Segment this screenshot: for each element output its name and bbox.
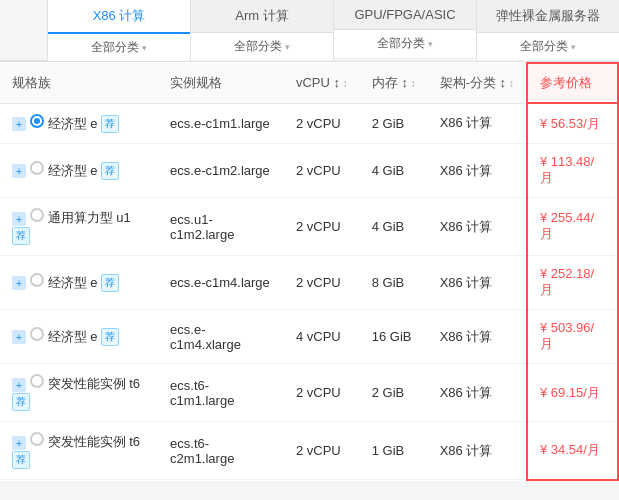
tab-sub-gpu[interactable]: 全部分类▾	[334, 30, 476, 57]
arch-class-cell: X86 计算	[428, 198, 527, 256]
instance-cell: ecs.t6-c1m1.large	[158, 364, 284, 422]
table-row[interactable]: + 通用算力型 u1 荐ecs.u1-c1m2.large2 vCPU4 GiB…	[0, 198, 618, 256]
tab-sub-x86[interactable]: 全部分类▾	[48, 34, 190, 61]
memory-cell: 4 GiB	[360, 198, 428, 256]
recommend-tag: 荐	[12, 227, 30, 245]
instance-cell: ecs.e-c1m4.xlarge	[158, 310, 284, 364]
arch-class-cell: X86 计算	[428, 364, 527, 422]
vcpu-cell: 2 vCPU	[284, 198, 360, 256]
tab-sublabel-x86: 全部分类	[91, 39, 139, 56]
vcpu-cell: 2 vCPU	[284, 103, 360, 144]
tab-bare[interactable]: 弹性裸金属服务器	[477, 0, 619, 33]
family-label: 经济型 e	[48, 116, 98, 131]
recommend-tag: 荐	[12, 393, 30, 411]
tab-sub-arm[interactable]: 全部分类▾	[191, 33, 333, 60]
recommend-tag: 荐	[101, 274, 119, 292]
main-container: X86 计算全部分类▾Arm 计算全部分类▾GPU/FPGA/ASIC全部分类▾…	[0, 0, 619, 481]
row-expand-icon[interactable]: +	[12, 212, 26, 226]
family-cell: + 通用算力型 u1 荐	[0, 198, 158, 256]
arch-class-cell: X86 计算	[428, 422, 527, 480]
col-header-arch_class[interactable]: 架构-分类 ↕	[428, 63, 527, 103]
row-expand-icon[interactable]: +	[12, 164, 26, 178]
row-radio[interactable]	[30, 374, 44, 388]
tab-arrow-gpu: ▾	[428, 39, 433, 49]
recommend-tag: 荐	[101, 328, 119, 346]
col-header-price: 参考价格	[527, 63, 618, 103]
family-label: 突发性能实例 t6	[48, 376, 140, 391]
arch-class-cell: X86 计算	[428, 144, 527, 198]
vcpu-cell: 2 vCPU	[284, 422, 360, 480]
memory-cell: 4 GiB	[360, 144, 428, 198]
table-row[interactable]: + 经济型 e 荐ecs.e-c1m4.large2 vCPU8 GiBX86 …	[0, 256, 618, 310]
recommend-tag: 荐	[101, 162, 119, 180]
tab-group-x86: X86 计算全部分类▾	[48, 0, 191, 61]
row-expand-icon[interactable]: +	[12, 436, 26, 450]
instance-cell: ecs.e-c1m1.large	[158, 103, 284, 144]
price-cell: ¥ 56.53/月	[527, 103, 618, 144]
tab-gpu[interactable]: GPU/FPGA/ASIC	[334, 0, 476, 30]
memory-cell: 2 GiB	[360, 364, 428, 422]
family-cell: + 经济型 e 荐	[0, 144, 158, 198]
row-expand-icon[interactable]: +	[12, 276, 26, 290]
family-cell: + 突发性能实例 t6 荐	[0, 422, 158, 480]
family-label: 经济型 e	[48, 329, 98, 344]
table-wrapper: 规格族实例规格vCPU ↕内存 ↕架构-分类 ↕参考价格 + 经济型 e 荐ec…	[0, 62, 619, 481]
instance-cell: ecs.u1-c1m2.large	[158, 198, 284, 256]
arch-label	[0, 0, 48, 61]
instance-cell: ecs.e-c1m4.large	[158, 256, 284, 310]
tab-sublabel-gpu: 全部分类	[377, 35, 425, 52]
arch-class-cell: X86 计算	[428, 103, 527, 144]
row-expand-icon[interactable]: +	[12, 117, 26, 131]
table-row[interactable]: + 突发性能实例 t6 荐ecs.t6-c2m1.large2 vCPU1 Gi…	[0, 422, 618, 480]
row-expand-icon[interactable]: +	[12, 330, 26, 344]
family-cell: + 经济型 e 荐	[0, 256, 158, 310]
vcpu-cell: 2 vCPU	[284, 144, 360, 198]
family-label: 经济型 e	[48, 163, 98, 178]
tab-arrow-x86: ▾	[142, 43, 147, 53]
table-row[interactable]: + 经济型 e 荐ecs.e-c1m1.large2 vCPU2 GiBX86 …	[0, 103, 618, 144]
tab-x86[interactable]: X86 计算	[48, 0, 190, 34]
col-header-family: 规格族	[0, 63, 158, 103]
table-row[interactable]: + 经济型 e 荐ecs.e-c1m4.xlarge4 vCPU16 GiBX8…	[0, 310, 618, 364]
tab-group-gpu: GPU/FPGA/ASIC全部分类▾	[334, 0, 477, 61]
price-cell: ¥ 69.15/月	[527, 364, 618, 422]
family-label: 突发性能实例 t6	[48, 434, 140, 449]
row-radio[interactable]	[30, 208, 44, 222]
tabs-area: X86 计算全部分类▾Arm 计算全部分类▾GPU/FPGA/ASIC全部分类▾…	[0, 0, 619, 62]
tab-group-bare: 弹性裸金属服务器全部分类▾	[477, 0, 619, 61]
tab-arrow-arm: ▾	[285, 42, 290, 52]
table-row[interactable]: + 突发性能实例 t6 荐ecs.t6-c1m1.large2 vCPU2 Gi…	[0, 364, 618, 422]
col-header-instance: 实例规格	[158, 63, 284, 103]
col-header-vcpu[interactable]: vCPU ↕	[284, 63, 360, 103]
tabs-container: X86 计算全部分类▾Arm 计算全部分类▾GPU/FPGA/ASIC全部分类▾…	[48, 0, 619, 61]
family-cell: + 突发性能实例 t6 荐	[0, 364, 158, 422]
arch-class-cell: X86 计算	[428, 256, 527, 310]
tab-arrow-bare: ▾	[571, 42, 576, 52]
arch-class-cell: X86 计算	[428, 310, 527, 364]
memory-cell: 16 GiB	[360, 310, 428, 364]
recommend-tag: 荐	[12, 451, 30, 469]
table-row[interactable]: + 经济型 e 荐ecs.e-c1m2.large2 vCPU4 GiBX86 …	[0, 144, 618, 198]
tab-group-arm: Arm 计算全部分类▾	[191, 0, 334, 61]
tab-sublabel-bare: 全部分类	[520, 38, 568, 55]
tab-sub-bare[interactable]: 全部分类▾	[477, 33, 619, 60]
vcpu-cell: 4 vCPU	[284, 310, 360, 364]
memory-cell: 1 GiB	[360, 422, 428, 480]
memory-cell: 2 GiB	[360, 103, 428, 144]
family-cell: + 经济型 e 荐	[0, 103, 158, 144]
row-radio[interactable]	[30, 432, 44, 446]
col-header-memory[interactable]: 内存 ↕	[360, 63, 428, 103]
row-radio[interactable]	[30, 327, 44, 341]
tab-arm[interactable]: Arm 计算	[191, 0, 333, 33]
vcpu-cell: 2 vCPU	[284, 364, 360, 422]
price-cell: ¥ 252.18/月	[527, 256, 618, 310]
instance-cell: ecs.e-c1m2.large	[158, 144, 284, 198]
row-radio[interactable]	[30, 161, 44, 175]
row-radio[interactable]	[30, 273, 44, 287]
instance-cell: ecs.t6-c2m1.large	[158, 422, 284, 480]
row-radio[interactable]	[30, 114, 44, 128]
family-cell: + 经济型 e 荐	[0, 310, 158, 364]
price-cell: ¥ 255.44/月	[527, 198, 618, 256]
family-label: 经济型 e	[48, 275, 98, 290]
row-expand-icon[interactable]: +	[12, 378, 26, 392]
